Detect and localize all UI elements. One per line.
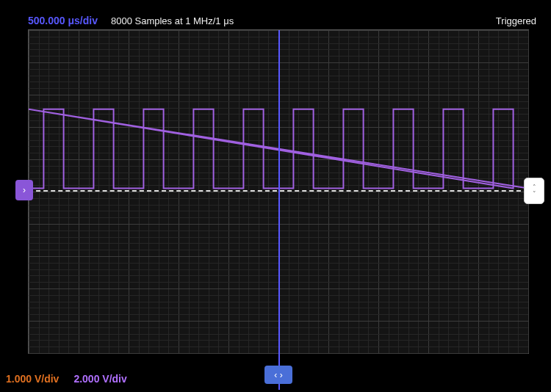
caret-up-icon: ˄ <box>533 184 536 190</box>
sample-info: 8000 Samples at 1 MHz/1 μs <box>111 15 234 26</box>
caret-down-icon: ˅ <box>533 191 536 197</box>
timebase-readout: 500.000 μs/div <box>28 15 98 26</box>
trigger-level-handle[interactable]: ˄ ˅ <box>524 178 544 204</box>
trigger-status: Triggered <box>496 15 536 26</box>
footer-bar: 1.000 V/div 2.000 V/div <box>6 373 127 385</box>
channel-zero-marker[interactable]: › <box>15 180 33 200</box>
oscilloscope-screen: 500.000 μs/div 8000 Samples at 1 MHz/1 μ… <box>0 0 551 392</box>
trigger-time-handle[interactable]: ‹ › <box>264 366 292 384</box>
ch2-vdiv-readout: 2.000 V/div <box>73 373 126 385</box>
header-bar: 500.000 μs/div 8000 Samples at 1 MHz/1 μ… <box>28 13 536 28</box>
plot-area[interactable]: › ˄ ˅ ‹ › <box>28 29 529 354</box>
chevron-right-icon: › <box>23 185 26 195</box>
trigger-time-cursor[interactable] <box>278 30 280 390</box>
ch1-vdiv-readout: 1.000 V/div <box>6 373 59 385</box>
left-right-icon: ‹ › <box>274 370 282 380</box>
